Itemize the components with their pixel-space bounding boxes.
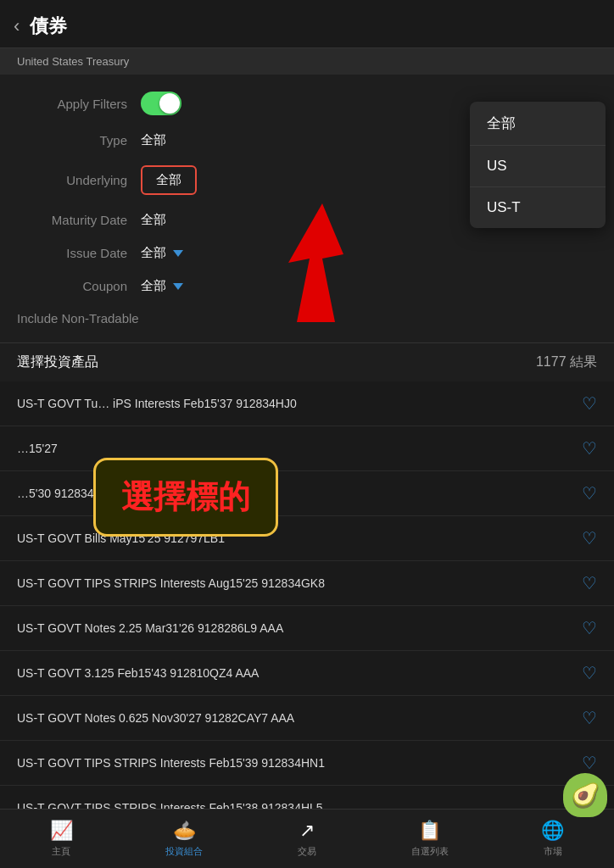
list-item[interactable]: …5'30 912834GV4 ♡ [0, 471, 614, 516]
coupon-value: 全部 [141, 278, 166, 294]
results-label: 選擇投資產品 [17, 353, 98, 371]
type-value[interactable]: 全部 [141, 132, 166, 148]
dropdown-item-us-t[interactable]: US-T [470, 187, 606, 228]
nav-label-home: 主頁 [52, 845, 70, 858]
nav-item-trade[interactable]: ↗ 交易 [246, 820, 369, 858]
non-tradable-row: Include Non-Tradable [0, 303, 614, 334]
favorite-icon[interactable]: ♡ [582, 483, 597, 504]
nav-label-trade: 交易 [298, 845, 316, 858]
type-label: Type [17, 133, 127, 147]
dropdown-item-us[interactable]: US [470, 146, 606, 187]
apply-filters-toggle[interactable] [141, 92, 181, 115]
back-button[interactable]: ‹ [14, 15, 20, 37]
favorite-icon[interactable]: ♡ [582, 618, 597, 638]
issue-date-value: 全部 [141, 245, 166, 261]
bond-name: …5'30 912834GV4 [17, 487, 582, 500]
trade-icon: ↗ [299, 820, 315, 842]
home-icon: 📈 [50, 820, 73, 842]
header: ‹ 債券 [0, 0, 614, 48]
list-item[interactable]: US-T GOVT 3.125 Feb15'43 912810QZ4 AAA ♡ [0, 651, 614, 696]
subheader: United States Treasury [0, 48, 614, 75]
bonds-list: US-T GOVT Tu… iPS Interests Feb15'37 912… [0, 381, 614, 831]
watchlist-icon: 📋 [418, 820, 441, 842]
favorite-icon[interactable]: ♡ [582, 663, 597, 683]
non-tradable-label: Include Non-Tradable [17, 311, 139, 326]
list-item[interactable]: US-T GOVT Bills May15'25 912797LB1 ♡ [0, 516, 614, 561]
nav-item-market[interactable]: 🌐 市場 [491, 820, 614, 858]
favorite-icon[interactable]: ♡ [582, 393, 597, 414]
market-icon: 🌐 [541, 820, 564, 842]
coupon-arrow-icon [173, 283, 183, 290]
bond-name: US-T GOVT Notes 2.25 Mar31'26 9128286L9 … [17, 621, 582, 635]
coupon-label: Coupon [17, 279, 127, 293]
issue-date-dropdown[interactable]: 全部 [141, 245, 183, 261]
bond-name: US-T GOVT Bills May15'25 912797LB1 [17, 531, 582, 545]
issue-date-arrow-icon [173, 250, 183, 257]
bond-name: …15'27 [17, 442, 582, 455]
favorite-icon[interactable]: ♡ [582, 753, 597, 773]
list-item[interactable]: US-T GOVT Notes 2.25 Mar31'26 9128286L9 … [0, 606, 614, 651]
mascot-avocado: 🥑 [563, 773, 607, 817]
issue-date-row: Issue Date 全部 [0, 236, 614, 270]
page-title: 債券 [30, 14, 67, 39]
coupon-row: Coupon 全部 [0, 270, 614, 303]
bond-name: US-T GOVT TIPS STRIPS Interests Aug15'25… [17, 576, 582, 590]
favorite-icon[interactable]: ♡ [582, 708, 597, 728]
nav-label-watchlist: 自選列表 [411, 845, 449, 858]
list-item[interactable]: US-T GOVT TIPS STRIPS Interests Aug15'25… [0, 561, 614, 606]
list-item[interactable]: US-T GOVT Notes 0.625 Nov30'27 91282CAY7… [0, 696, 614, 741]
bond-name: US-T GOVT Tu… iPS Interests Feb15'37 912… [17, 397, 582, 410]
favorite-icon[interactable]: ♡ [582, 573, 597, 593]
nav-label-market: 市場 [544, 845, 562, 858]
subheader-text: United States Treasury [17, 55, 129, 68]
bond-name: US-T GOVT 3.125 Feb15'43 912810QZ4 AAA [17, 666, 582, 680]
apply-filters-label: Apply Filters [17, 97, 127, 111]
nav-item-watchlist[interactable]: 📋 自選列表 [368, 820, 491, 858]
favorite-icon[interactable]: ♡ [582, 528, 597, 548]
results-header: 選擇投資產品 1177 結果 [0, 342, 614, 381]
underlying-label: Underlying [17, 173, 127, 187]
bond-name: US-T GOVT Notes 0.625 Nov30'27 91282CAY7… [17, 711, 582, 725]
list-item[interactable]: …15'27 ♡ [0, 426, 614, 471]
underlying-dropdown-popup: 全部 US US-T [470, 102, 606, 228]
underlying-value-box[interactable]: 全部 [141, 165, 197, 195]
dropdown-item-all[interactable]: 全部 [470, 102, 606, 146]
favorite-icon[interactable]: ♡ [582, 438, 597, 459]
list-item[interactable]: US-T GOVT Tu… iPS Interests Feb15'37 912… [0, 381, 614, 426]
toggle-switch[interactable] [141, 92, 181, 115]
maturity-date-value[interactable]: 全部 [141, 212, 166, 228]
results-count: 1177 結果 [536, 353, 597, 371]
underlying-value: 全部 [156, 172, 181, 186]
portfolio-icon: 🥧 [173, 820, 196, 842]
nav-label-portfolio: 投資組合 [165, 845, 203, 858]
list-item[interactable]: US-T GOVT TIPS STRIPS Interests Feb15'39… [0, 741, 614, 786]
maturity-date-label: Maturity Date [17, 213, 127, 227]
bond-name: US-T GOVT TIPS STRIPS Interests Feb15'39… [17, 756, 582, 770]
nav-item-home[interactable]: 📈 主頁 [0, 820, 123, 858]
issue-date-label: Issue Date [17, 246, 127, 260]
bottom-nav: 📈 主頁 🥧 投資組合 ↗ 交易 📋 自選列表 🌐 市場 [0, 809, 614, 868]
coupon-dropdown[interactable]: 全部 [141, 278, 183, 294]
nav-item-portfolio[interactable]: 🥧 投資組合 [123, 820, 246, 858]
